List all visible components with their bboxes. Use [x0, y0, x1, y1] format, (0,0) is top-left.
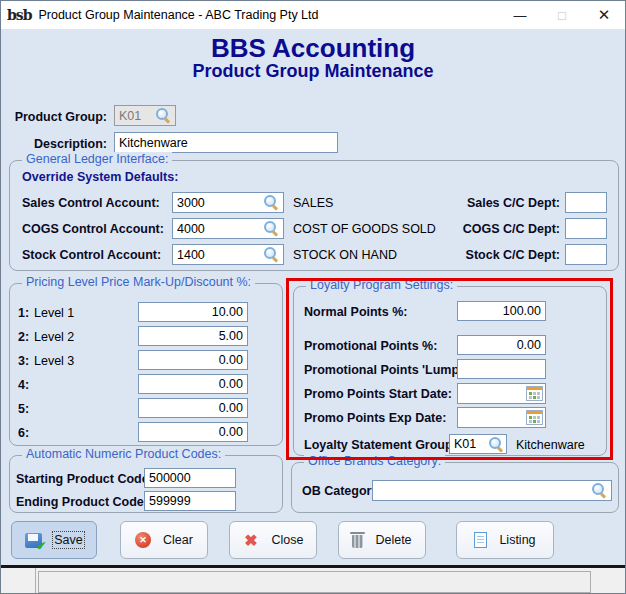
close-form-button[interactable]: Close [229, 521, 317, 559]
promo-exp-date-label: Promo Points Exp Date: [304, 411, 446, 425]
window-controls: — □ ✕ [499, 1, 625, 29]
delete-button-label: Delete [375, 533, 411, 547]
pricing-level-6-num: 6: [18, 426, 29, 440]
ob-category-field[interactable] [372, 480, 612, 501]
general-ledger-legend: General Ledger Interface: [22, 152, 172, 166]
stock-account-lookup-icon[interactable] [264, 247, 279, 262]
pricing-level-5-num: 5: [18, 402, 29, 416]
sales-dept-field[interactable] [565, 192, 607, 213]
product-group-maintenance-window: bsb Product Group Maintenance - ABC Trad… [0, 0, 626, 594]
auto-codes-legend: Automatic Numeric Product Codes: [22, 447, 225, 461]
cogs-dept-field[interactable] [565, 218, 607, 239]
pricing-level-4-field[interactable] [138, 374, 248, 394]
sales-dept-label: Sales C/C Dept: [410, 196, 560, 210]
cogs-dept-label: COGS C/C Dept: [410, 222, 560, 236]
pricing-level-2-field[interactable] [138, 326, 248, 346]
clear-icon [135, 532, 151, 548]
maximize-button[interactable]: □ [541, 1, 583, 29]
sales-account-lookup-icon[interactable] [264, 195, 279, 210]
status-message-box [38, 571, 591, 593]
pricing-level-6-field[interactable] [138, 422, 248, 442]
loyalty-statement-lookup-icon[interactable] [489, 437, 504, 452]
pricing-level-2-name: Level 2 [34, 330, 74, 344]
stock-control-account-label: Stock Control Account: [22, 248, 161, 262]
stock-dept-label: Stock C/C Dept: [410, 248, 560, 262]
auto-codes-group: Automatic Numeric Product Codes: Startin… [9, 455, 283, 513]
pricing-level-4-num: 4: [18, 378, 29, 392]
save-icon [25, 533, 42, 548]
cogs-control-account-label: COGS Control Account: [22, 222, 164, 236]
ending-product-code-label: Ending Product Code: [16, 495, 148, 509]
listing-button-label: Listing [499, 533, 535, 547]
close-button[interactable]: ✕ [583, 1, 625, 29]
page-title: BBS Accounting [1, 33, 625, 64]
description-field[interactable] [114, 132, 338, 153]
ob-category-label: OB Category: [302, 484, 383, 498]
override-defaults-label: Override System Defaults: [22, 170, 178, 184]
window-title: Product Group Maintenance - ABC Trading … [38, 8, 318, 22]
product-group-lookup-icon[interactable] [156, 108, 171, 123]
delete-button[interactable]: Delete [338, 521, 426, 559]
pricing-level-5-field[interactable] [138, 398, 248, 418]
loyalty-legend: Loyalty Program Settings: [306, 278, 457, 292]
app-logo-icon: bsb [7, 8, 31, 22]
office-brands-legend: Office Brands Category: [304, 454, 445, 468]
pricing-level-3-field[interactable] [138, 350, 248, 370]
general-ledger-group: General Ledger Interface: Override Syste… [9, 160, 619, 271]
pricing-level-1-field[interactable] [138, 302, 248, 322]
delete-trash-icon [352, 535, 363, 548]
normal-points-label: Normal Points %: [304, 305, 408, 319]
promo-points-field[interactable] [457, 335, 546, 355]
pricing-levels-legend: Pricing Level Price Mark-Up/Discount %: [22, 275, 255, 289]
description-label: Description: [9, 137, 107, 151]
promo-start-date-label: Promo Points Start Date: [304, 387, 452, 401]
close-button-label: Close [272, 533, 304, 547]
cogs-account-lookup-icon[interactable] [264, 221, 279, 236]
starting-product-code-field[interactable] [144, 468, 236, 488]
pricing-levels-group: Pricing Level Price Mark-Up/Discount %: … [9, 283, 283, 446]
loyalty-statement-group-name: Kitchenware [516, 438, 585, 452]
loyalty-statement-group-label: Loyalty Statement Group: [304, 438, 457, 452]
promo-exp-calendar-icon[interactable] [526, 410, 543, 425]
pricing-level-2-num: 2: [18, 330, 29, 344]
promo-lump-label: Promotional Points 'Lump': [304, 363, 466, 377]
stock-account-name: STOCK ON HAND [293, 248, 397, 262]
minimize-button[interactable]: — [499, 1, 541, 29]
save-button-label: Save [54, 533, 83, 547]
page-subtitle: Product Group Maintenance [1, 61, 625, 82]
status-bar [1, 568, 625, 593]
listing-button[interactable]: Listing [456, 521, 554, 559]
product-group-label: Product Group: [9, 110, 107, 124]
status-cell [1, 568, 36, 593]
clear-button-label: Clear [163, 533, 193, 547]
pricing-level-1-name: Level 1 [34, 306, 74, 320]
starting-product-code-label: Starting Product Code: [16, 472, 153, 486]
office-brands-group: Office Brands Category: OB Category: [291, 462, 619, 513]
save-button[interactable]: Save [11, 521, 97, 559]
promo-points-label: Promotional Points %: [304, 339, 437, 353]
ending-product-code-field[interactable] [144, 491, 236, 511]
clear-button[interactable]: Clear [120, 521, 208, 559]
close-red-x-icon [243, 532, 260, 549]
promo-start-calendar-icon[interactable] [526, 386, 543, 401]
title-bar: bsb Product Group Maintenance - ABC Trad… [1, 1, 625, 29]
sales-account-name: SALES [293, 196, 333, 210]
pricing-level-1-num: 1: [18, 306, 29, 320]
loyalty-group: Loyalty Program Settings: Normal Points … [293, 286, 607, 456]
normal-points-field[interactable] [457, 301, 546, 321]
ob-category-lookup-icon[interactable] [592, 483, 607, 498]
pricing-level-3-name: Level 3 [34, 354, 74, 368]
sales-control-account-label: Sales Control Account: [22, 196, 160, 210]
listing-document-icon [474, 532, 487, 548]
promo-lump-field[interactable] [457, 359, 546, 379]
stock-dept-field[interactable] [565, 244, 607, 265]
pricing-level-3-num: 3: [18, 354, 29, 368]
